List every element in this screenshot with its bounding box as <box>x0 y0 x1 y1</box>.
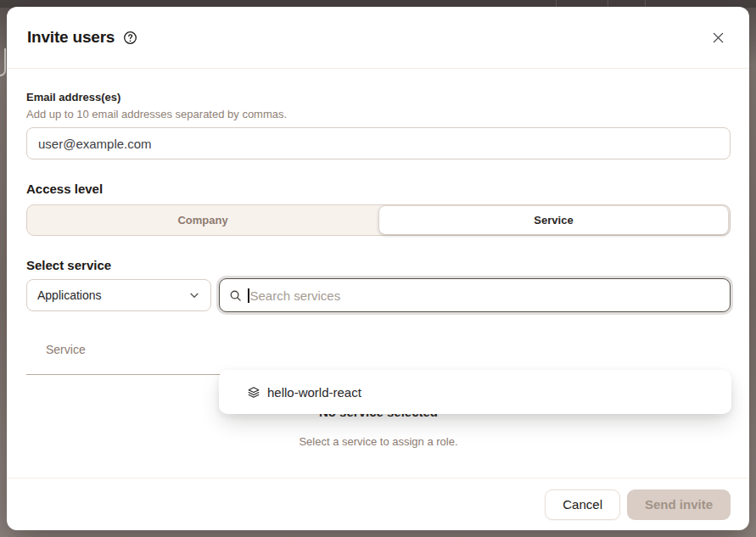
modal-header: Invite users <box>7 7 749 69</box>
modal-footer: Cancel Send invite <box>7 478 749 530</box>
help-button[interactable] <box>123 31 137 45</box>
empty-state-subtitle: Select a service to assign a role. <box>26 435 731 449</box>
close-button[interactable] <box>708 27 729 48</box>
access-level-toggle: Company Service <box>26 204 731 236</box>
service-type-value: Applications <box>37 288 102 302</box>
email-label: Email address(es) <box>26 91 731 104</box>
access-option-company[interactable]: Company <box>27 205 378 235</box>
cancel-button[interactable]: Cancel <box>545 489 620 520</box>
modal-body: Email address(es) Add up to 10 email add… <box>7 69 749 478</box>
invite-users-modal: Invite users Email add <box>7 7 749 530</box>
email-helper: Add up to 10 email addresses separated b… <box>26 108 731 121</box>
search-result-item[interactable]: hello-world-react <box>226 377 725 407</box>
search-result-name: hello-world-react <box>267 385 361 400</box>
layers-stack-icon <box>248 386 260 398</box>
search-icon <box>229 289 242 302</box>
background-page-fragment <box>0 48 6 76</box>
email-input[interactable] <box>26 127 731 159</box>
page-title: Invite users <box>27 28 115 47</box>
service-type-select[interactable]: Applications <box>26 279 211 311</box>
close-icon <box>713 32 724 43</box>
select-service-label: Select service <box>26 259 731 272</box>
chevron-down-icon <box>188 289 200 301</box>
send-invite-button[interactable]: Send invite <box>627 489 731 520</box>
text-cursor-icon <box>248 288 249 303</box>
search-input[interactable] <box>250 288 721 303</box>
service-search-field[interactable] <box>219 278 731 312</box>
page-background: Invite users Email add <box>0 0 756 537</box>
service-picker-row: Applications <box>26 278 731 312</box>
service-column-header: Service <box>46 343 86 356</box>
access-level-label: Access level <box>26 182 731 196</box>
access-option-service[interactable]: Service <box>379 206 728 234</box>
search-results-panel: hello-world-react <box>219 370 731 414</box>
circle-question-icon <box>123 31 137 45</box>
